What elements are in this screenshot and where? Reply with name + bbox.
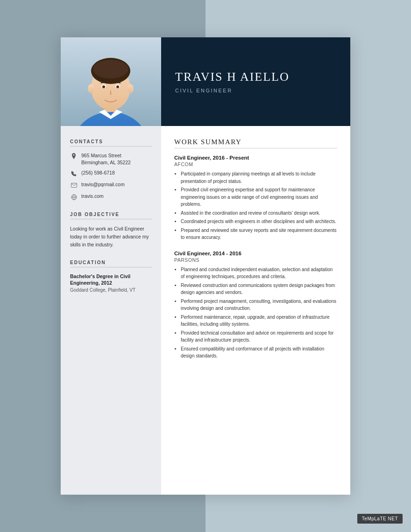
job-bullet-item: Reviewed construction and communications…	[181, 282, 337, 296]
resume-document: TRAVIS H AIELLO CIVIL ENGINEER CONTACTS …	[61, 37, 350, 495]
job-block: Civil Engineer, 2014 - 2016ParsonsPlanne…	[174, 251, 337, 360]
job-company: AFCOM	[174, 161, 337, 167]
job-bullet-item: Performed project management, consulting…	[181, 298, 337, 312]
job-bullet-item: Assisted in the coordination and review …	[181, 210, 337, 217]
job-objective-heading: JOB OBJECTIVE	[70, 212, 152, 219]
job-bullet-item: Participated in company planning meeting…	[181, 170, 337, 185]
address-item: 965 Marcus Street Birmingham, AL 35222	[70, 152, 152, 166]
job-objective-text: Looking for work as Civil Engineer today…	[70, 225, 152, 248]
svg-point-10	[116, 85, 119, 88]
candidate-name: TRAVIS H AIELLO	[175, 70, 336, 84]
main-content: Work Summary Civil Engineer, 2016 - Pres…	[161, 126, 350, 495]
job-bullet-item: Provided technical consultation and advi…	[181, 329, 337, 344]
phone-icon	[70, 170, 78, 177]
job-bullet-item: Ensured compatibility and conformance of…	[181, 345, 337, 360]
website-text: travis.com	[81, 193, 104, 200]
job-title: Civil Engineer, 2016 - Present	[174, 155, 337, 161]
globe-icon	[70, 193, 78, 201]
jobs-container: Civil Engineer, 2016 - PresentAFCOMParti…	[174, 155, 337, 360]
job-bullets-list: Planned and conducted independent evalua…	[174, 266, 337, 360]
svg-point-11	[88, 84, 94, 93]
contacts-section: CONTACTS 965 Marcus Street Birmingham, A…	[70, 139, 152, 201]
location-icon	[70, 153, 78, 160]
contacts-heading: CONTACTS	[70, 139, 152, 147]
work-summary-heading: Work Summary	[174, 138, 337, 148]
website-item: travis.com	[70, 193, 152, 201]
job-block: Civil Engineer, 2016 - PresentAFCOMParti…	[174, 155, 337, 241]
address-text: 965 Marcus Street Birmingham, AL 35222	[81, 152, 131, 166]
job-bullet-item: Provided civil engineering expertise and…	[181, 186, 337, 208]
email-text: travis@pqrmail.com	[81, 181, 125, 188]
candidate-title: CIVIL ENGINEER	[175, 88, 336, 93]
education-degree: Bachelor's Degree in Civil Engineering, …	[70, 273, 152, 287]
resume-header: TRAVIS H AIELLO CIVIL ENGINEER	[61, 37, 350, 126]
education-school: Goddard College, Plainfield, VT	[70, 287, 152, 293]
education-heading: EDUCATION	[70, 260, 152, 267]
job-bullets-list: Participated in company planning meeting…	[174, 170, 337, 241]
job-bullet-item: Performed maintenance, repair, upgrade, …	[181, 314, 337, 328]
svg-point-9	[102, 85, 105, 88]
job-title: Civil Engineer, 2014 - 2016	[174, 251, 337, 256]
email-icon	[70, 182, 78, 189]
svg-point-12	[127, 84, 134, 93]
watermark: TeMpLaTE NET	[357, 514, 403, 524]
photo-area	[61, 37, 161, 126]
phone-text: (256) 598-6718	[81, 169, 115, 176]
education-section: EDUCATION Bachelor's Degree in Civil Eng…	[70, 260, 152, 293]
svg-rect-13	[71, 183, 77, 188]
job-objective-section: JOB OBJECTIVE Looking for work as Civil …	[70, 212, 152, 248]
header-info: TRAVIS H AIELLO CIVIL ENGINEER	[161, 37, 350, 126]
resume-body: CONTACTS 965 Marcus Street Birmingham, A…	[61, 126, 350, 495]
job-bullet-item: Coordinated projects with engineers in o…	[181, 218, 337, 225]
job-bullet-item: Planned and conducted independent evalua…	[181, 266, 337, 280]
sidebar: CONTACTS 965 Marcus Street Birmingham, A…	[61, 126, 161, 495]
email-item: travis@pqrmail.com	[70, 181, 152, 189]
job-bullet-item: Prepared and reviewed site survey report…	[181, 227, 337, 241]
job-company: Parsons	[174, 257, 337, 263]
phone-item: (256) 598-6718	[70, 169, 152, 177]
svg-point-6	[93, 60, 128, 78]
